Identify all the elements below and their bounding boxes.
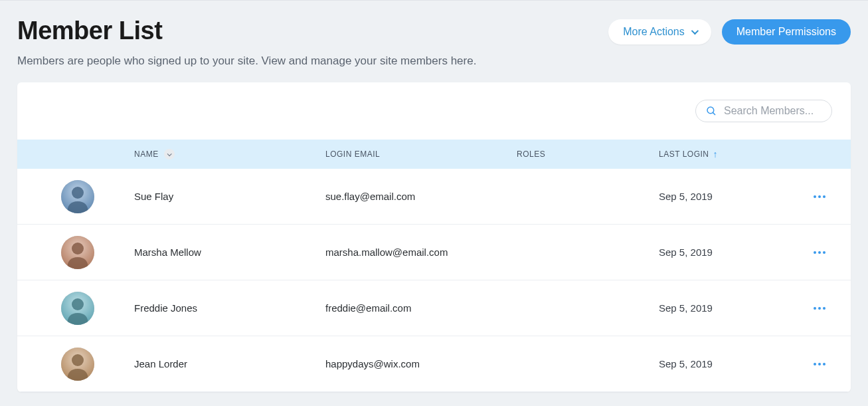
dot-icon (814, 251, 816, 254)
column-last-login-label: LAST LOGIN (659, 150, 709, 159)
member-name: Marsha Mellow (134, 247, 325, 258)
svg-line-1 (713, 112, 715, 115)
table-header: NAME LOGIN EMAIL ROLES LAST LOGIN ↑ (17, 140, 851, 169)
column-roles-label: ROLES (517, 150, 545, 159)
dot-icon (814, 363, 816, 365)
column-name-label: NAME (134, 150, 159, 159)
column-header-name[interactable]: NAME (134, 149, 325, 159)
search-input[interactable] (724, 105, 821, 117)
more-actions-label: More Actions (623, 26, 684, 38)
column-header-last-login[interactable]: LAST LOGIN ↑ (659, 150, 788, 159)
member-last-login: Sep 5, 2019 (659, 358, 788, 369)
members-panel: NAME LOGIN EMAIL ROLES LAST LOGIN ↑ (17, 82, 851, 392)
dot-icon (818, 251, 821, 254)
page-subtitle: Members are people who signed up to your… (17, 54, 851, 68)
column-email-label: LOGIN EMAIL (325, 150, 380, 159)
dot-icon (818, 307, 821, 310)
dot-icon (823, 195, 825, 198)
chevron-down-icon (691, 27, 698, 35)
member-email: sue.flay@email.com (325, 191, 517, 202)
member-email: freddie@email.com (325, 302, 517, 314)
member-last-login: Sep 5, 2019 (659, 191, 788, 202)
row-actions-button[interactable] (808, 190, 831, 203)
svg-point-7 (72, 298, 84, 310)
avatar (61, 236, 94, 269)
panel-toolbar (17, 82, 851, 140)
member-permissions-label: Member Permissions (737, 26, 836, 38)
svg-point-5 (72, 243, 84, 254)
search-icon (705, 105, 717, 117)
dot-icon (818, 363, 821, 365)
column-header-roles[interactable]: ROLES (517, 150, 659, 159)
svg-point-9 (72, 354, 84, 366)
avatar (61, 180, 94, 213)
header-actions: More Actions Member Permissions (608, 19, 851, 45)
dot-icon (814, 195, 816, 198)
more-actions-button[interactable]: More Actions (608, 19, 711, 45)
member-last-login: Sep 5, 2019 (659, 247, 788, 258)
table-row[interactable]: Marsha Mellow marsha.mallow@email.com Se… (17, 225, 851, 280)
avatar (61, 292, 94, 325)
svg-point-3 (72, 187, 84, 199)
table-row[interactable]: Sue Flay sue.flay@email.com Sep 5, 2019 (17, 169, 851, 225)
table-row[interactable]: Jean Lorder happydays@wix.com Sep 5, 201… (17, 336, 851, 392)
dot-icon (814, 307, 816, 310)
member-last-login: Sep 5, 2019 (659, 302, 788, 314)
page-title: Member List (17, 17, 162, 45)
member-name: Sue Flay (134, 191, 325, 202)
dot-icon (818, 195, 821, 198)
dot-icon (823, 307, 825, 310)
row-actions-button[interactable] (808, 302, 831, 315)
arrow-up-icon: ↑ (713, 150, 718, 159)
dot-icon (823, 363, 825, 365)
sort-toggle-icon[interactable] (164, 149, 175, 159)
chevron-down-icon (167, 152, 172, 156)
member-email: happydays@wix.com (325, 358, 517, 369)
row-actions-button[interactable] (808, 357, 831, 371)
column-header-email[interactable]: LOGIN EMAIL (325, 150, 517, 159)
table-row[interactable]: Freddie Jones freddie@email.com Sep 5, 2… (17, 280, 851, 336)
svg-point-0 (707, 107, 714, 114)
search-field[interactable] (695, 100, 832, 122)
member-name: Freddie Jones (134, 302, 325, 314)
avatar (61, 348, 94, 381)
member-email: marsha.mallow@email.com (325, 247, 517, 258)
member-name: Jean Lorder (134, 358, 325, 369)
member-permissions-button[interactable]: Member Permissions (722, 19, 851, 45)
table-rows: Sue Flay sue.flay@email.com Sep 5, 2019 … (17, 169, 851, 392)
row-actions-button[interactable] (808, 246, 831, 259)
dot-icon (823, 251, 825, 254)
